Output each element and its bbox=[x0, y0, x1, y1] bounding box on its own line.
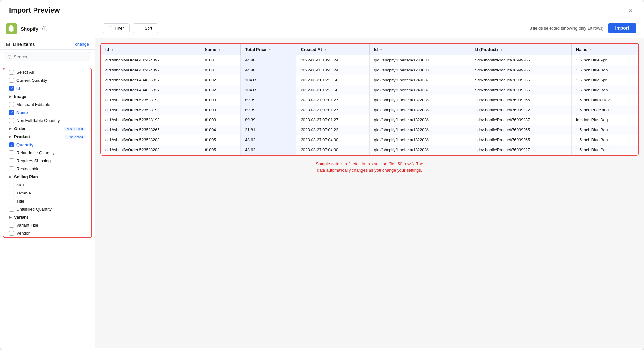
import-button[interactable]: Import bbox=[608, 23, 636, 33]
col-header-line-id[interactable]: Id▼ bbox=[369, 44, 470, 55]
table-container: Id▼ Name▼ Total Price▼ Created At▼ bbox=[95, 38, 644, 348]
change-link[interactable]: change bbox=[75, 42, 89, 47]
filter-button[interactable]: Filter bbox=[103, 23, 130, 33]
sidebar-item-quantity[interactable]: Quantity bbox=[3, 141, 91, 149]
table-row: gid://shopify/Order/523588288#100543.622… bbox=[101, 135, 638, 145]
table-cell: gid://shopify/Order/484865327 bbox=[101, 75, 200, 85]
table-row: gid://shopify/Order/482424392#100144.882… bbox=[101, 55, 638, 65]
sidebar-item-variant-title[interactable]: Variant Title bbox=[3, 221, 91, 229]
search-input[interactable] bbox=[5, 52, 90, 61]
sidebar-item-non-fulfillable[interactable]: Non Fulfillable Quantity bbox=[3, 117, 91, 125]
col-header-id-product[interactable]: Id (Product)▼ bbox=[470, 44, 571, 55]
sidebar-item-order[interactable]: ▶ Order 4 selected bbox=[3, 125, 91, 133]
table-cell: 2023-03-27 07:01:27 bbox=[296, 115, 369, 125]
col-header-id[interactable]: Id▼ bbox=[101, 44, 200, 55]
product-badge: 1 selected bbox=[64, 135, 86, 139]
table-cell: 1.5 Inch Blue Apri bbox=[571, 55, 638, 65]
table-cell: gid://shopify/LineItem/1240337 bbox=[369, 75, 470, 85]
table-cell: gid://shopify/Product/76999265 bbox=[470, 85, 571, 95]
checkbox-non-fulfillable[interactable] bbox=[9, 118, 14, 123]
checkbox-sku[interactable] bbox=[9, 183, 14, 187]
sidebar-item-label: Current Quantity bbox=[16, 78, 86, 83]
search-box bbox=[0, 50, 95, 64]
order-badge: 4 selected bbox=[64, 127, 86, 131]
checkbox-restockable[interactable] bbox=[9, 166, 14, 171]
table-cell: 2023-03-27 07:03:23 bbox=[296, 125, 369, 135]
sort-icon bbox=[138, 26, 143, 30]
sidebar-item-id[interactable]: Id bbox=[3, 84, 91, 92]
sidebar-item-selling-plan[interactable]: ▶ Selling Plan bbox=[3, 173, 91, 181]
sort-icon-name: ▼ bbox=[218, 48, 221, 51]
sidebar-item-unfulfilled-quantity[interactable]: Unfulfilled Quantity bbox=[3, 205, 91, 213]
table-cell: #1001 bbox=[200, 55, 241, 65]
table-cell: 1.5 Inch Pride and bbox=[571, 105, 638, 115]
checkbox-current-quantity[interactable] bbox=[9, 78, 14, 83]
sort-icon-prod-name: ▼ bbox=[589, 48, 592, 51]
app-header: Import Preview × bbox=[0, 0, 644, 18]
sidebar-item-select-all[interactable]: Select All bbox=[3, 68, 91, 76]
checkbox-quantity[interactable] bbox=[9, 142, 14, 147]
col-header-prod-name[interactable]: Name▼ bbox=[571, 44, 638, 55]
sidebar-item-merchant-editable[interactable]: Merchant Editable bbox=[3, 100, 91, 109]
sidebar-item-label: Title bbox=[16, 199, 86, 203]
checkbox-select-all[interactable] bbox=[9, 70, 14, 75]
expand-arrow-order[interactable]: ▶ bbox=[9, 127, 12, 130]
table-cell: 104.85 bbox=[240, 75, 296, 85]
table-cell: 1.5 Inch Blue Boh bbox=[571, 125, 638, 135]
checkbox-title[interactable] bbox=[9, 199, 14, 203]
sidebar-item-current-quantity[interactable]: Current Quantity bbox=[3, 76, 91, 84]
col-header-name[interactable]: Name▼ bbox=[200, 44, 241, 55]
col-header-total-price[interactable]: Total Price▼ bbox=[240, 44, 296, 55]
sidebar-item-image[interactable]: ▶ Image bbox=[3, 92, 91, 100]
sidebar-item-name[interactable]: Name bbox=[3, 109, 91, 117]
checkbox-taxable[interactable] bbox=[9, 191, 14, 195]
sidebar-item-refundable-quantity[interactable]: Refundable Quantity bbox=[3, 149, 91, 157]
sidebar-item-label: Non Fulfillable Quantity bbox=[16, 118, 86, 123]
sidebar-item-title[interactable]: Title bbox=[3, 197, 91, 205]
table-header-row: Id▼ Name▼ Total Price▼ Created At▼ bbox=[101, 44, 638, 55]
checkbox-name[interactable] bbox=[9, 110, 14, 115]
filter-icon bbox=[108, 26, 113, 30]
checkbox-requires-shipping[interactable] bbox=[9, 158, 14, 163]
sidebar-item-label: Selling Plan bbox=[14, 175, 86, 179]
checkbox-unfulfilled-quantity[interactable] bbox=[9, 207, 14, 212]
sidebar-item-label: Variant Title bbox=[16, 223, 86, 228]
table-cell: 43.62 bbox=[240, 135, 296, 145]
checkbox-id[interactable] bbox=[9, 86, 14, 91]
info-icon[interactable]: i bbox=[42, 26, 47, 31]
table-cell: gid://shopify/LineItem/1322036 bbox=[369, 105, 470, 115]
sidebar-item-sku[interactable]: Sku bbox=[3, 181, 91, 189]
toolbar-left: Filter Sort bbox=[103, 23, 158, 33]
sidebar-item-taxable[interactable]: Taxable bbox=[3, 189, 91, 197]
close-button[interactable]: × bbox=[626, 6, 635, 15]
table-cell: 89.39 bbox=[240, 115, 296, 125]
table-row: gid://shopify/Order/523588265#100421.812… bbox=[101, 125, 638, 135]
sidebar-item-label: Taxable bbox=[16, 191, 86, 195]
sidebar-item-label: Order bbox=[14, 126, 62, 131]
sidebar-item-label: Unfulfilled Quantity bbox=[16, 207, 86, 212]
sort-button[interactable]: Sort bbox=[133, 23, 158, 33]
expand-arrow-image[interactable]: ▶ bbox=[9, 95, 12, 98]
sidebar-item-restockable[interactable]: Restockable bbox=[3, 165, 91, 173]
shopify-logo-icon bbox=[6, 23, 17, 34]
expand-arrow-selling-plan[interactable]: ▶ bbox=[9, 175, 12, 179]
preview-table: Id▼ Name▼ Total Price▼ Created At▼ bbox=[101, 44, 638, 155]
sidebar-item-requires-shipping[interactable]: Requires Shipping bbox=[3, 157, 91, 165]
sidebar-item-label: Select All bbox=[16, 70, 86, 75]
sidebar-item-vendor[interactable]: Vendor bbox=[3, 229, 91, 237]
table-cell: gid://shopify/Order/482424392 bbox=[101, 65, 200, 75]
table-cell: gid://shopify/LineItem/1322036 bbox=[369, 135, 470, 145]
table-cell: 104.85 bbox=[240, 85, 296, 95]
expand-arrow-product[interactable]: ▶ bbox=[9, 135, 12, 138]
table-cell: 89.39 bbox=[240, 95, 296, 105]
checkbox-variant-title[interactable] bbox=[9, 223, 14, 228]
checkbox-vendor[interactable] bbox=[9, 231, 14, 236]
table-cell: gid://shopify/LineItem/1322036 bbox=[369, 115, 470, 125]
table-row: gid://shopify/Order/523588193#100389.392… bbox=[101, 115, 638, 125]
checkbox-refundable-quantity[interactable] bbox=[9, 150, 14, 155]
col-header-created-at[interactable]: Created At▼ bbox=[296, 44, 369, 55]
sidebar-item-variant[interactable]: ▶ Variant bbox=[3, 213, 91, 221]
sidebar-item-product[interactable]: ▶ Product 1 selected bbox=[3, 133, 91, 141]
expand-arrow-variant[interactable]: ▶ bbox=[9, 215, 12, 219]
checkbox-merchant-editable[interactable] bbox=[9, 102, 14, 107]
